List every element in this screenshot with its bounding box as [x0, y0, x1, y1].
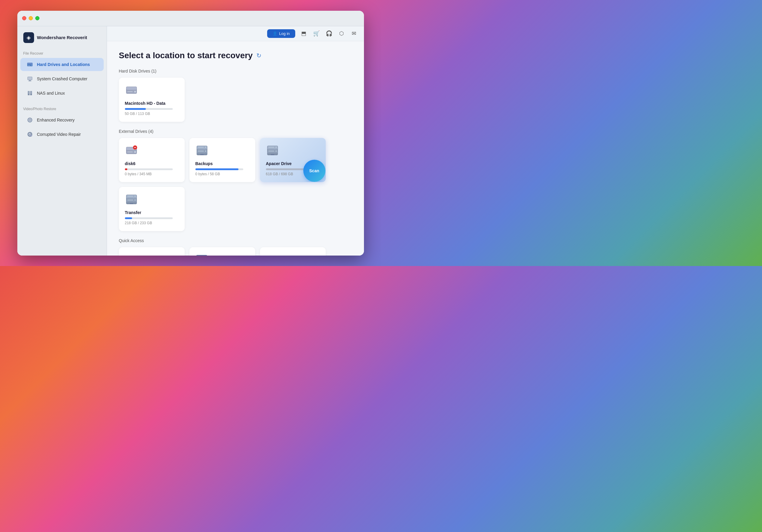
backups-progress-bg: [195, 168, 243, 170]
svg-rect-31: [127, 152, 133, 152]
svg-rect-10: [28, 92, 29, 92]
sign-in-icon[interactable]: ⬒: [300, 30, 308, 37]
sidebar-item-enhanced-recovery[interactable]: Enhanced Recovery: [20, 113, 104, 127]
macintosh-progress-fill: [125, 108, 146, 110]
qa-card-timemachine[interactable]: TimeMachine: [260, 247, 326, 255]
backups-drive-icon: [195, 144, 208, 157]
macintosh-size: 50 GB / 113 GB: [125, 112, 150, 116]
svg-rect-49: [271, 154, 274, 155]
external-drives-grid: disk6 0 bytes / 345 MB: [119, 138, 352, 182]
svg-rect-44: [267, 150, 277, 154]
svg-rect-57: [130, 203, 133, 204]
file-recover-label: File Recover: [17, 49, 107, 57]
corrupted-video-icon: [26, 131, 34, 138]
svg-rect-33: [134, 147, 136, 148]
corrupted-video-label: Corrupted Video Repair: [37, 132, 81, 137]
sidebar-item-hard-drives[interactable]: Hard Drives and Locations: [20, 58, 104, 71]
scan-label: Scan: [309, 168, 319, 173]
hard-drives-icon: [26, 61, 34, 68]
svg-rect-37: [198, 147, 204, 148]
refresh-icon[interactable]: ↻: [257, 52, 262, 59]
mail-icon[interactable]: ✉: [350, 30, 358, 37]
drive-card-backups[interactable]: Backups 0 bytes / 58 GB: [190, 138, 255, 182]
svg-point-25: [134, 91, 136, 93]
svg-rect-41: [200, 154, 204, 155]
drive-icon-area: [125, 84, 138, 98]
external-section-title: External Drives (4): [119, 129, 352, 134]
svg-rect-26: [127, 91, 133, 92]
app-logo-icon: ◈: [23, 32, 34, 43]
svg-rect-21: [31, 135, 32, 136]
shield-icon[interactable]: ⬡: [338, 30, 345, 37]
close-button[interactable]: [22, 16, 26, 20]
login-label: Log in: [279, 32, 289, 36]
hard-drives-label: Hard Drives and Locations: [37, 62, 90, 67]
svg-point-17: [29, 119, 30, 120]
drive-card-macintosh[interactable]: Macintosh HD - Data 50 GB / 113 GB: [119, 78, 185, 122]
svg-point-2: [31, 64, 32, 65]
hdd-drives-grid: Macintosh HD - Data 50 GB / 113 GB: [119, 78, 352, 122]
svg-rect-43: [267, 146, 277, 150]
transfer-drive-row: Transfer 218 GB / 233 GB: [119, 187, 352, 231]
svg-rect-47: [268, 151, 274, 151]
login-button[interactable]: 👤 Log in: [267, 29, 295, 38]
qa-card-disk-image[interactable]: Disk Image: [119, 247, 185, 255]
minimize-button[interactable]: [29, 16, 33, 20]
backups-name: Backups: [195, 161, 213, 166]
transfer-size: 218 GB / 233 GB: [125, 221, 152, 225]
disk6-progress-fill: [125, 168, 127, 170]
svg-rect-23: [126, 87, 136, 90]
sidebar-item-corrupted-video[interactable]: Corrupted Video Repair: [20, 128, 104, 141]
headphone-icon[interactable]: 🎧: [325, 30, 333, 37]
macintosh-drive-name: Macintosh HD - Data: [125, 101, 166, 106]
nas-linux-icon: [26, 90, 34, 97]
apacer-drive-icon: [266, 144, 279, 157]
disk6-drive-icon: [125, 144, 138, 157]
quick-access-section-title: Quick Access: [119, 238, 352, 243]
svg-point-48: [275, 151, 277, 152]
app-logo: ◈ Wondershare Recoverit: [17, 32, 107, 49]
backups-progress-fill: [195, 168, 239, 170]
page-header: Select a location to start recovery ↻: [119, 51, 352, 60]
svg-rect-53: [127, 196, 133, 196]
cart-icon[interactable]: 🛒: [313, 30, 320, 37]
drive-card-transfer[interactable]: Transfer 218 GB / 233 GB: [119, 187, 185, 231]
scan-button[interactable]: Scan: [303, 160, 326, 182]
sidebar-item-system-crashed[interactable]: System Crashed Computer: [20, 72, 104, 85]
transfer-progress-fill: [125, 217, 132, 219]
macintosh-progress-bg: [125, 108, 173, 110]
sidebar: ◈ Wondershare Recoverit File Recover Har…: [17, 26, 107, 255]
svg-point-54: [134, 196, 136, 197]
timemachine-icon: [266, 253, 278, 255]
transfer-name: Transfer: [125, 210, 141, 215]
app-window: ◈ Wondershare Recoverit File Recover Har…: [17, 11, 364, 255]
page-title: Select a location to start recovery: [119, 51, 253, 60]
svg-point-46: [275, 147, 277, 148]
hdd-drive-icon: [125, 84, 138, 97]
apacer-progress-fill: [266, 168, 308, 170]
top-bar: 👤 Log in ⬒ 🛒 🎧 ⬡ ✉: [107, 26, 364, 41]
svg-point-56: [134, 199, 136, 201]
transfer-drive-icon: [125, 193, 138, 206]
system-crashed-label: System Crashed Computer: [37, 76, 88, 81]
drive-card-apacer[interactable]: Apacer Drive 618 GB / 698 GB Scan: [260, 138, 326, 182]
sidebar-item-nas-linux[interactable]: NAS and Linux: [20, 87, 104, 100]
apacer-icon-area: [266, 144, 279, 158]
qa-card-desktop[interactable]: Desktop: [190, 247, 255, 255]
disk6-icon-area: [125, 144, 138, 158]
svg-rect-13: [31, 93, 32, 94]
svg-rect-52: [126, 199, 136, 202]
quick-access-grid: Disk Image: [119, 247, 352, 255]
maximize-button[interactable]: [35, 16, 39, 20]
scan-overlay: Scan: [303, 160, 326, 182]
hdd-section-title: Hard Disk Drives (1): [119, 69, 352, 73]
disk6-size: 0 bytes / 345 MB: [125, 172, 152, 176]
svg-rect-35: [197, 146, 207, 150]
svg-rect-36: [197, 150, 207, 154]
nas-linux-label: NAS and Linux: [37, 91, 65, 96]
content-area: Select a location to start recovery ↻ Ha…: [107, 41, 364, 255]
backups-icon-area: [195, 144, 208, 158]
svg-rect-12: [31, 92, 32, 92]
svg-rect-39: [198, 151, 204, 151]
drive-card-disk6[interactable]: disk6 0 bytes / 345 MB: [119, 138, 185, 182]
